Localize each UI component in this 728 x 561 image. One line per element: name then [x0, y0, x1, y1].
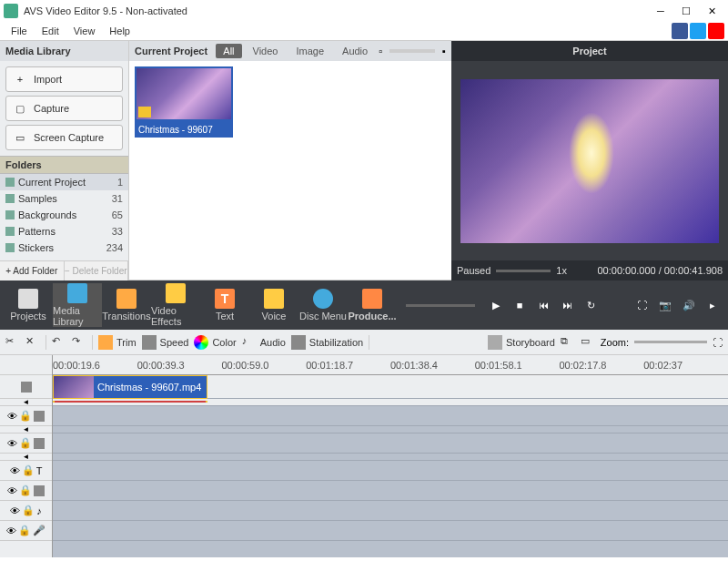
preview-panel: Project Paused 1x 00:00:00.000 / 00:00:4… — [451, 41, 728, 280]
undo-button[interactable]: ↶ — [52, 335, 66, 350]
lock-icon[interactable]: 🔒 — [19, 484, 32, 496]
audio-track-2[interactable] — [53, 426, 728, 434]
menu-file[interactable]: File — [4, 26, 35, 36]
menubar: File Edit View Help — [0, 22, 728, 40]
video-track-3[interactable] — [53, 434, 728, 454]
seek-bar[interactable] — [406, 304, 475, 307]
volume-button[interactable]: 🔊 — [680, 296, 698, 314]
lock-icon[interactable]: 🔒 — [18, 525, 31, 536]
screencapture-button[interactable]: ▭Screen Capture — [5, 125, 123, 150]
audio-button[interactable]: ♪Audio — [242, 335, 286, 350]
folders-list: Current Project1 Samples31 Backgrounds65… — [0, 174, 128, 260]
trim-button[interactable]: Trim — [98, 335, 136, 350]
lock-icon[interactable]: 🔒 — [19, 410, 32, 422]
scissors-icon: ✂ — [5, 335, 20, 350]
mic-icon — [264, 289, 284, 309]
next-button[interactable]: ⏭ — [558, 296, 576, 314]
lock-icon[interactable]: 🔒 — [22, 505, 35, 516]
split-icon: ⧉ — [561, 335, 575, 350]
fit-button[interactable]: ⛶ — [713, 337, 723, 348]
audio-track-1[interactable] — [53, 399, 728, 406]
timeline-ruler[interactable]: 00:00:19.600:00:39.300:00:59.000:01:18.7… — [53, 355, 728, 375]
mic-icon: 🎤 — [33, 525, 46, 536]
zoom-slider[interactable] — [634, 341, 707, 343]
maximize-button[interactable]: ☐ — [673, 2, 699, 20]
music-track[interactable] — [53, 501, 728, 521]
stabilization-button[interactable]: Stabilization — [291, 335, 363, 350]
eye-icon[interactable]: 👁 — [10, 465, 20, 476]
voice-button[interactable]: Voice — [249, 283, 298, 327]
folder-stickers[interactable]: Stickers234 — [0, 240, 128, 256]
more-button[interactable]: ▸ — [703, 296, 722, 314]
delete-button[interactable]: ✕ — [25, 335, 40, 350]
library-header: Media Library — [0, 41, 128, 61]
play-button[interactable]: ▶ — [487, 296, 505, 314]
produce-icon — [362, 289, 382, 309]
lock-icon[interactable]: 🔒 — [22, 464, 35, 476]
x-icon: ✕ — [25, 335, 40, 350]
eye-icon[interactable]: 👁 — [7, 485, 17, 496]
speed-button[interactable]: Speed — [142, 335, 189, 350]
video-track-1[interactable]: Christmas - 99607.mp4 — [53, 375, 728, 399]
thumb-small-icon[interactable]: ▫ — [379, 46, 382, 56]
content-panel: Current Project All Video Image Audio ▫ … — [129, 41, 451, 280]
text-track[interactable] — [53, 461, 728, 481]
plus-icon: + — [14, 73, 26, 86]
disc-menu-button[interactable]: Disc Menu — [298, 283, 348, 327]
capture-button[interactable]: ▢Capture — [5, 96, 123, 121]
thumb-large-icon[interactable]: ▪ — [442, 46, 446, 56]
redo-icon: ↷ — [72, 335, 86, 350]
tab-all[interactable]: All — [216, 44, 241, 58]
youtube-icon[interactable] — [708, 23, 724, 39]
folder-patterns[interactable]: Patterns33 — [0, 223, 128, 240]
audio-track-3[interactable] — [53, 454, 728, 461]
media-thumbnail[interactable]: Christmas - 99607 — [135, 66, 233, 274]
folder-samples[interactable]: Samples31 — [0, 190, 128, 207]
media-library-button[interactable]: Media Library — [53, 283, 102, 327]
loop-button[interactable]: ↻ — [581, 296, 600, 314]
minimize-button[interactable]: ─ — [648, 2, 673, 20]
menu-view[interactable]: View — [66, 26, 103, 36]
tab-image[interactable]: Image — [288, 44, 331, 58]
monitor-button[interactable]: ▭ — [581, 335, 595, 350]
storyboard-button[interactable]: Storyboard — [488, 335, 555, 350]
speed-slider[interactable] — [496, 270, 551, 272]
produce-button[interactable]: Produce... — [348, 283, 397, 327]
stop-button[interactable]: ■ — [511, 296, 529, 314]
cut-button[interactable]: ✂ — [5, 335, 20, 350]
folder-backgrounds[interactable]: Backgrounds65 — [0, 207, 128, 223]
prev-button[interactable]: ⏮ — [534, 296, 552, 314]
redo-button[interactable]: ↷ — [72, 335, 86, 350]
add-folder-button[interactable]: + Add Folder — [0, 261, 65, 280]
import-button[interactable]: +Import — [5, 66, 123, 92]
transitions-button[interactable]: Transitions — [102, 283, 151, 327]
text-button[interactable]: TText — [200, 283, 249, 327]
effect-track[interactable] — [53, 481, 728, 501]
menu-help[interactable]: Help — [102, 26, 137, 36]
split-audio-button[interactable]: ⧉ — [561, 335, 575, 350]
color-button[interactable]: Color — [194, 335, 236, 350]
thumb-zoom-slider[interactable] — [389, 49, 435, 53]
timeline-clip[interactable]: Christmas - 99607.mp4 — [53, 375, 207, 399]
snapshot-button[interactable]: 📷 — [656, 296, 674, 314]
close-button[interactable]: ✕ — [699, 2, 724, 20]
tab-video[interactable]: Video — [246, 44, 286, 58]
folder-current-project[interactable]: Current Project1 — [0, 174, 128, 190]
eye-icon[interactable]: 👁 — [7, 438, 17, 449]
twitter-icon[interactable] — [690, 23, 706, 39]
projects-button[interactable]: Projects — [4, 283, 53, 327]
lock-icon[interactable]: 🔒 — [19, 437, 32, 449]
facebook-icon[interactable] — [672, 23, 688, 39]
fullscreen-button[interactable]: ⛶ — [632, 296, 651, 314]
audio-clip[interactable] — [53, 401, 207, 403]
eye-icon[interactable]: 👁 — [6, 525, 16, 536]
film-icon — [34, 438, 45, 449]
video-effects-button[interactable]: Video Effects — [151, 283, 200, 327]
eye-icon[interactable]: 👁 — [10, 505, 20, 516]
tab-audio[interactable]: Audio — [335, 44, 375, 58]
menu-edit[interactable]: Edit — [35, 26, 66, 36]
clip-label: Christmas - 99607.mp4 — [94, 382, 201, 393]
voice-track[interactable] — [53, 521, 728, 541]
video-track-2[interactable] — [53, 406, 728, 426]
eye-icon[interactable]: 👁 — [7, 411, 17, 422]
